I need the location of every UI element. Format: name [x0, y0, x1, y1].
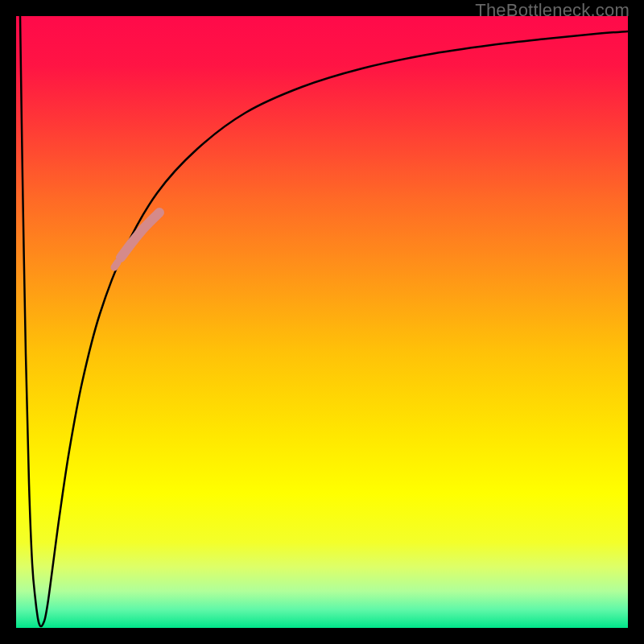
attribution-text: TheBottleneck.com — [475, 0, 630, 21]
series-main-curve — [20, 16, 628, 626]
curve-layer — [16, 16, 628, 628]
plot-area — [16, 16, 628, 628]
chart-frame: TheBottleneck.com — [0, 0, 644, 644]
series-highlight-dot — [114, 262, 118, 267]
